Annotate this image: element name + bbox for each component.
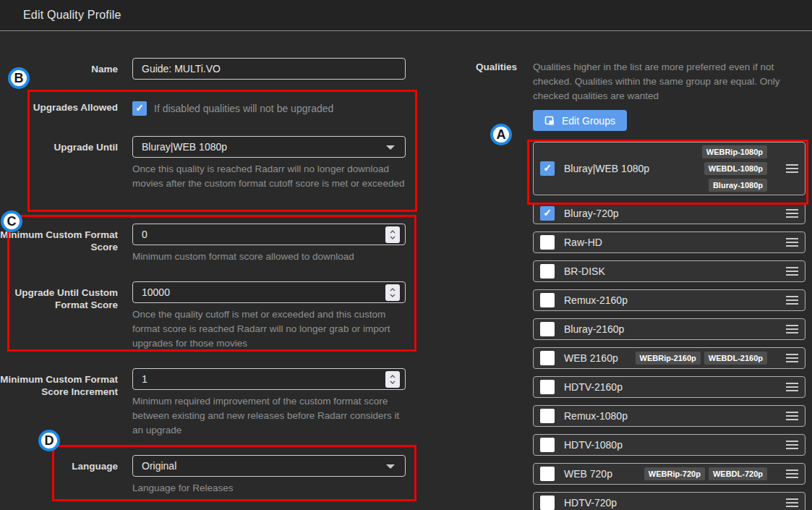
language-value: Original: [142, 460, 176, 472]
qualities-list: ✓ Bluray|WEB 1080p WEBRip-1080pWEBDL-108…: [533, 142, 805, 510]
quality-badge: WEBDL-2160p: [704, 352, 767, 365]
quality-checkbox[interactable]: [540, 409, 555, 423]
quality-badges: WEBRip-2160pWEBDL-2160p: [636, 352, 767, 365]
min-format-score-help: Minimum custom format score allowed to d…: [132, 250, 407, 264]
upgrades-allowed-label: Upgrades Allowed: [0, 96, 118, 116]
quality-checkbox[interactable]: [540, 496, 555, 510]
chevron-down-icon: [386, 464, 395, 469]
quality-badge: Bluray-1080p: [709, 179, 767, 192]
quality-name: Bluray-2160p: [564, 323, 624, 335]
min-format-score-label: Minimum Custom Format Score: [0, 224, 118, 264]
language-select[interactable]: Original: [132, 455, 406, 477]
quality-badge: WEBRip-1080p: [702, 145, 767, 158]
quality-list-item[interactable]: WEB 2160p WEBRip-2160pWEBDL-2160p: [533, 347, 805, 369]
quality-badge: WEBDL-720p: [709, 467, 767, 480]
quality-badge: WEBRip-720p: [644, 467, 705, 480]
quality-list-item[interactable]: Remux-1080p: [533, 405, 805, 427]
language-label: Language: [0, 455, 118, 496]
quality-name: WEB 2160p: [564, 352, 618, 364]
drag-handle-icon[interactable]: [786, 164, 798, 173]
drag-handle-icon[interactable]: [786, 296, 798, 305]
name-input[interactable]: [132, 58, 406, 80]
upgrade-until-help: Once this quality is reached Radarr will…: [132, 162, 407, 191]
edit-quality-profile-modal: Edit Quality Profile Name Upgrades Allow…: [0, 0, 812, 510]
quality-list-item[interactable]: Bluray-2160p: [533, 318, 805, 340]
quality-name: WEB 720p: [564, 468, 612, 480]
upgrade-until-select[interactable]: Bluray|WEB 1080p: [132, 136, 406, 158]
quality-name: Raw-HD: [564, 237, 602, 248]
upgrade-until-format-score-input[interactable]: 10000: [132, 281, 406, 303]
check-icon: ✓: [543, 162, 552, 174]
quality-list-item[interactable]: HDTV-2160p: [533, 376, 805, 398]
qualities-label: Qualities: [401, 61, 517, 72]
quality-list-item[interactable]: Raw-HD: [533, 231, 805, 253]
edit-groups-button-label: Edit Groups: [562, 115, 615, 127]
quality-checkbox[interactable]: [540, 235, 555, 250]
chevron-down-icon: [386, 145, 395, 150]
quality-name: HDTV-720p: [564, 497, 617, 509]
quality-list-item[interactable]: BR-DISK: [533, 260, 805, 282]
min-format-score-increment-value: 1: [142, 373, 148, 385]
number-stepper[interactable]: [385, 226, 400, 243]
drag-handle-icon[interactable]: [786, 238, 798, 247]
language-help: Language for Releases: [132, 481, 407, 496]
check-icon: ✓: [135, 102, 144, 114]
upgrade-until-format-score-value: 10000: [142, 286, 170, 298]
quality-checkbox[interactable]: [540, 264, 555, 279]
quality-checkbox[interactable]: [540, 322, 555, 336]
check-icon: ✓: [543, 207, 552, 218]
min-format-score-increment-input[interactable]: 1: [132, 368, 406, 390]
quality-list-item[interactable]: ✓ Bluray-720p: [533, 203, 805, 224]
drag-handle-icon[interactable]: [786, 383, 798, 391]
stepper-arrows-icon: [389, 229, 396, 241]
quality-badge: WEBRip-2160p: [636, 352, 701, 365]
annotation-letter-a: A: [490, 124, 512, 145]
quality-checkbox[interactable]: [540, 467, 555, 481]
drag-handle-icon[interactable]: [786, 469, 798, 478]
drag-handle-icon[interactable]: [786, 267, 798, 276]
edit-groups-icon: [544, 116, 555, 126]
number-stepper[interactable]: [385, 284, 400, 301]
quality-list-item[interactable]: HDTV-1080p: [533, 434, 805, 456]
quality-name: HDTV-2160p: [564, 381, 623, 393]
quality-badges: WEBRip-1080pWEBDL-1080pBluray-1080p: [659, 145, 767, 192]
upgrade-until-value: Bluray|WEB 1080p: [142, 141, 227, 153]
min-format-score-increment-label: Minimum Custom Format Score Increment: [0, 368, 118, 438]
qualities-help: Qualities higher in the list are more pr…: [533, 60, 795, 103]
quality-name: BR-DISK: [564, 265, 605, 277]
quality-checkbox[interactable]: [540, 293, 555, 307]
drag-handle-icon[interactable]: [786, 412, 798, 420]
name-label: Name: [0, 58, 118, 80]
quality-checkbox[interactable]: ✓: [540, 161, 555, 176]
quality-list-item[interactable]: ✓ Bluray|WEB 1080p WEBRip-1080pWEBDL-108…: [533, 142, 805, 195]
drag-handle-icon[interactable]: [786, 498, 798, 507]
edit-groups-button[interactable]: Edit Groups: [533, 110, 627, 131]
modal-header: Edit Quality Profile: [0, 0, 812, 31]
quality-badges: WEBRip-720pWEBDL-720p: [644, 467, 767, 480]
quality-list-item[interactable]: WEB 720p WEBRip-720pWEBDL-720p: [533, 463, 805, 485]
number-stepper[interactable]: [385, 371, 400, 388]
stepper-arrows-icon: [389, 373, 396, 386]
quality-checkbox[interactable]: ✓: [540, 206, 555, 221]
quality-list-item[interactable]: Remux-2160p: [533, 289, 805, 311]
min-format-score-input[interactable]: 0: [132, 224, 406, 245]
quality-list-item[interactable]: HDTV-720p: [533, 492, 805, 510]
quality-name: HDTV-1080p: [564, 439, 623, 451]
quality-name: Remux-1080p: [564, 410, 628, 422]
quality-checkbox[interactable]: [540, 351, 555, 365]
upgrades-allowed-checkbox[interactable]: ✓: [132, 101, 147, 116]
upgrade-until-format-score-help: Once the quality cutoff is met or exceed…: [132, 307, 407, 351]
quality-checkbox[interactable]: [540, 380, 555, 394]
page-title: Edit Quality Profile: [23, 9, 121, 22]
quality-checkbox[interactable]: [540, 438, 555, 452]
upgrade-until-format-score-label: Upgrade Until Custom Format Score: [0, 281, 118, 351]
quality-name: Bluray-720p: [564, 208, 619, 219]
drag-handle-icon[interactable]: [786, 441, 798, 449]
upgrade-until-label: Upgrade Until: [0, 136, 118, 191]
drag-handle-icon[interactable]: [786, 325, 798, 333]
min-format-score-increment-help: Minimum required improvement of the cust…: [132, 394, 407, 438]
quality-name: Bluray|WEB 1080p: [564, 163, 649, 174]
drag-handle-icon[interactable]: [786, 209, 798, 218]
drag-handle-icon[interactable]: [786, 354, 798, 362]
quality-name: Remux-2160p: [564, 294, 628, 306]
